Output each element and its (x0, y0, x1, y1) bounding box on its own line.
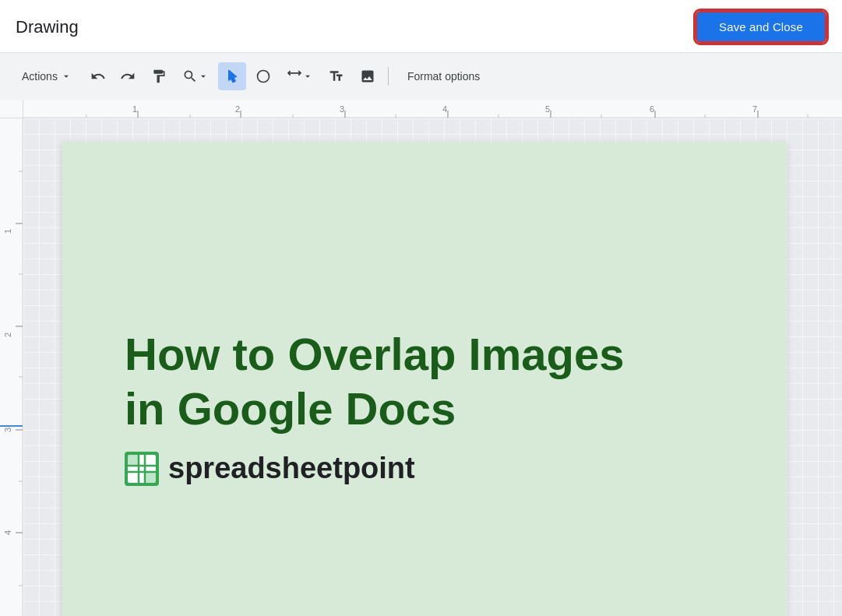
svg-text:3: 3 (340, 104, 344, 114)
save-and-close-button[interactable]: Save and Close (696, 11, 826, 43)
history-tools (84, 62, 142, 90)
drawing-brand: spreadsheetpoint (125, 452, 724, 486)
header: Drawing Save and Close (0, 0, 842, 53)
canvas-area: 1 2 3 4 (0, 118, 842, 616)
drawing-content: How to Overlap Images in Google Docs (62, 142, 787, 616)
paint-format-button[interactable] (145, 62, 173, 90)
svg-point-0 (257, 71, 269, 83)
line-chevron-icon (302, 71, 313, 82)
insert-image-button[interactable] (354, 62, 382, 90)
redo-icon (120, 69, 136, 84)
canvas-wrapper: How to Overlap Images in Google Docs (23, 118, 842, 616)
select-icon (224, 69, 240, 84)
ruler-v-svg: 1 2 3 4 (0, 118, 23, 616)
svg-text:7: 7 (752, 104, 757, 114)
zoom-chevron-icon (198, 71, 209, 82)
svg-rect-46 (145, 472, 156, 483)
chevron-down-icon (61, 71, 72, 82)
svg-text:6: 6 (650, 104, 654, 114)
toolbar-separator (388, 67, 389, 86)
page-title: Drawing (16, 17, 79, 37)
zoom-button[interactable] (176, 62, 215, 90)
zoom-icon (182, 69, 198, 84)
redo-button[interactable] (114, 62, 142, 90)
line-tools-icon (287, 69, 302, 84)
undo-icon (90, 69, 106, 84)
svg-text:1: 1 (3, 229, 12, 234)
svg-text:2: 2 (3, 333, 12, 337)
ruler-area: 1 2 3 4 5 6 7 (0, 100, 842, 118)
actions-button[interactable]: Actions (12, 65, 81, 87)
paint-format-icon (151, 69, 167, 84)
toolbar: Actions (0, 53, 842, 100)
svg-text:5: 5 (545, 104, 550, 114)
actions-label: Actions (22, 70, 58, 83)
svg-text:3: 3 (3, 428, 12, 432)
brand-name: spreadsheetpoint (168, 452, 415, 485)
corner-ruler (0, 100, 23, 118)
shape-tools-button[interactable] (249, 62, 277, 90)
ruler-horizontal: 1 2 3 4 5 6 7 (23, 100, 842, 118)
drawing-title-line2: in Google Docs (125, 383, 456, 434)
main-content: Actions (0, 53, 842, 616)
drawing-title: How to Overlap Images in Google Docs (125, 327, 724, 435)
ruler-h-svg: 1 2 3 4 5 6 7 (23, 100, 842, 118)
line-tools-button[interactable] (280, 62, 319, 90)
drawing-canvas[interactable]: How to Overlap Images in Google Docs (62, 142, 787, 616)
format-options-button[interactable]: Format options (395, 65, 492, 87)
brand-icon (125, 452, 159, 486)
undo-button[interactable] (84, 62, 112, 90)
svg-text:2: 2 (235, 104, 240, 114)
insert-image-icon (360, 69, 375, 84)
textbox-button[interactable] (322, 62, 351, 90)
svg-rect-45 (128, 455, 139, 466)
textbox-icon (329, 69, 344, 84)
select-button[interactable] (218, 62, 246, 90)
format-options-label: Format options (407, 70, 480, 83)
svg-text:1: 1 (132, 104, 137, 114)
ruler-vertical: 1 2 3 4 (0, 118, 23, 616)
svg-text:4: 4 (3, 530, 12, 535)
svg-text:4: 4 (442, 104, 447, 114)
shape-tools-icon (255, 69, 271, 84)
drawing-title-line1: How to Overlap Images (125, 329, 624, 379)
